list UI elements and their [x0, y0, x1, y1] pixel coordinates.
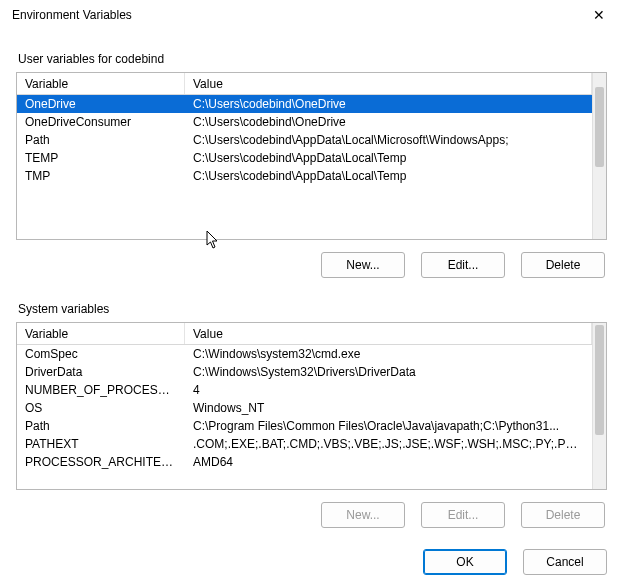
cell-variable: TMP: [17, 169, 185, 183]
cell-variable: Path: [17, 133, 185, 147]
cancel-button[interactable]: Cancel: [523, 549, 607, 575]
user-list-header: Variable Value: [17, 73, 592, 95]
cell-variable: Path: [17, 419, 185, 433]
column-header-variable[interactable]: Variable: [17, 323, 185, 344]
system-delete-button[interactable]: Delete: [521, 502, 605, 528]
cell-variable: ComSpec: [17, 347, 185, 361]
system-edit-button[interactable]: Edit...: [421, 502, 505, 528]
cell-value: C:\Windows\system32\cmd.exe: [185, 347, 592, 361]
cell-value: AMD64: [185, 455, 592, 469]
user-list-scrollbar[interactable]: [592, 73, 606, 239]
cell-value: 4: [185, 383, 592, 397]
cell-value: .COM;.EXE;.BAT;.CMD;.VBS;.VBE;.JS;.JSE;.…: [185, 437, 592, 451]
column-header-value[interactable]: Value: [185, 323, 592, 344]
cell-variable: DriverData: [17, 365, 185, 379]
cell-value: C:\Users\codebind\OneDrive: [185, 97, 592, 111]
table-row[interactable]: ComSpecC:\Windows\system32\cmd.exe: [17, 345, 592, 363]
table-row[interactable]: PathC:\Users\codebind\AppData\Local\Micr…: [17, 131, 592, 149]
system-list-header: Variable Value: [17, 323, 592, 345]
user-variables-label: User variables for codebind: [18, 52, 607, 66]
cell-variable: PATHEXT: [17, 437, 185, 451]
table-row[interactable]: TEMPC:\Users\codebind\AppData\Local\Temp: [17, 149, 592, 167]
table-row[interactable]: OneDriveC:\Users\codebind\OneDrive: [17, 95, 592, 113]
user-variables-list[interactable]: Variable Value OneDriveC:\Users\codebind…: [16, 72, 607, 240]
cell-variable: OneDrive: [17, 97, 185, 111]
titlebar: Environment Variables ✕: [0, 0, 623, 30]
system-variables-list[interactable]: Variable Value ComSpecC:\Windows\system3…: [16, 322, 607, 490]
table-row[interactable]: DriverDataC:\Windows\System32\Drivers\Dr…: [17, 363, 592, 381]
ok-button[interactable]: OK: [423, 549, 507, 575]
scrollbar-thumb[interactable]: [595, 325, 604, 435]
user-new-button[interactable]: New...: [321, 252, 405, 278]
cell-value: C:\Users\codebind\AppData\Local\Microsof…: [185, 133, 592, 147]
table-row[interactable]: TMPC:\Users\codebind\AppData\Local\Temp: [17, 167, 592, 185]
system-list-scrollbar[interactable]: [592, 323, 606, 489]
cell-variable: OneDriveConsumer: [17, 115, 185, 129]
table-row[interactable]: OneDriveConsumerC:\Users\codebind\OneDri…: [17, 113, 592, 131]
user-delete-button[interactable]: Delete: [521, 252, 605, 278]
column-header-value[interactable]: Value: [185, 73, 592, 94]
scrollbar-thumb[interactable]: [595, 87, 604, 167]
table-row[interactable]: PATHEXT.COM;.EXE;.BAT;.CMD;.VBS;.VBE;.JS…: [17, 435, 592, 453]
cell-variable: PROCESSOR_ARCHITECTURE: [17, 455, 185, 469]
cell-value: C:\Users\codebind\AppData\Local\Temp: [185, 151, 592, 165]
user-edit-button[interactable]: Edit...: [421, 252, 505, 278]
window-title: Environment Variables: [12, 8, 132, 22]
cell-value: C:\Windows\System32\Drivers\DriverData: [185, 365, 592, 379]
cell-variable: TEMP: [17, 151, 185, 165]
close-icon[interactable]: ✕: [587, 3, 611, 27]
cell-value: C:\Users\codebind\OneDrive: [185, 115, 592, 129]
table-row[interactable]: OSWindows_NT: [17, 399, 592, 417]
cell-value: C:\Program Files\Common Files\Oracle\Jav…: [185, 419, 592, 433]
table-row[interactable]: PathC:\Program Files\Common Files\Oracle…: [17, 417, 592, 435]
system-variables-label: System variables: [18, 302, 607, 316]
cell-value: C:\Users\codebind\AppData\Local\Temp: [185, 169, 592, 183]
cell-variable: OS: [17, 401, 185, 415]
system-new-button[interactable]: New...: [321, 502, 405, 528]
cell-value: Windows_NT: [185, 401, 592, 415]
cell-variable: NUMBER_OF_PROCESSORS: [17, 383, 185, 397]
column-header-variable[interactable]: Variable: [17, 73, 185, 94]
table-row[interactable]: PROCESSOR_ARCHITECTUREAMD64: [17, 453, 592, 471]
table-row[interactable]: NUMBER_OF_PROCESSORS4: [17, 381, 592, 399]
